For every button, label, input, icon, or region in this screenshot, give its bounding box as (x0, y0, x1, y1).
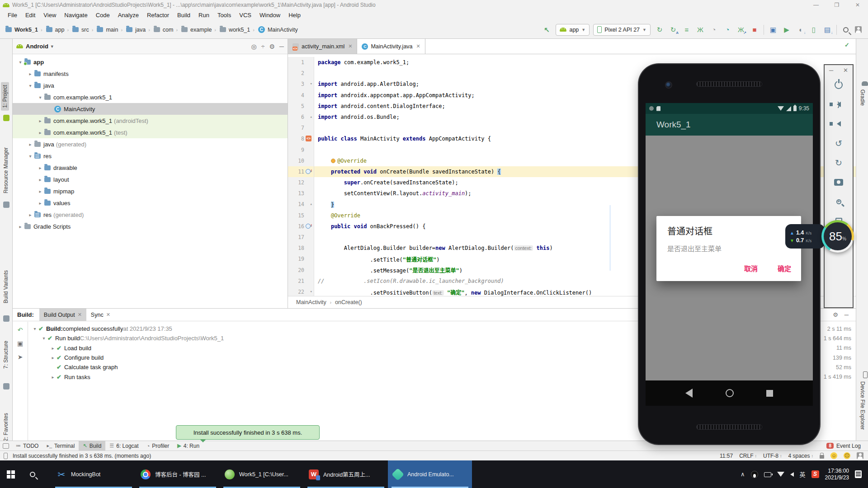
build-tab-sync[interactable]: Sync✕ (86, 309, 115, 321)
expand-arrow-icon[interactable]: ▾ (17, 60, 24, 65)
layout-inspector-icon[interactable]: ▣ (768, 24, 778, 35)
gradle-sync-icon[interactable]: ◖↓ (795, 24, 806, 35)
sidebar-item-gradle[interactable]: Gradle (859, 89, 866, 106)
breadcrumb-item[interactable]: work5_1› (219, 27, 257, 33)
close-icon[interactable]: ✕ (78, 312, 82, 318)
sidebar-item-2-favorites[interactable]: 2: Favorites (3, 413, 9, 441)
volume-up-icon[interactable] (833, 99, 844, 110)
dialog-cancel-button[interactable]: 取消 (741, 262, 761, 275)
expand-arrow-icon[interactable]: ▸ (37, 177, 43, 182)
close-button[interactable]: ✕ (847, 0, 868, 10)
taskbar-app-studio[interactable]: Work5_1 [C:\User... (220, 460, 304, 488)
device-select[interactable]: Pixel 2 API 27 ▼ (593, 24, 651, 36)
taskbar-app-scissors[interactable]: ✂MockingBot (52, 460, 136, 488)
screenshot-icon[interactable] (833, 176, 844, 188)
menu-view[interactable]: View (39, 10, 60, 21)
tree-row[interactable]: ▸layout (13, 174, 288, 185)
sidebar-item-device-file-explorer[interactable]: Device File Explorer (859, 381, 866, 430)
expand-arrow-icon[interactable]: ▾ (31, 326, 38, 331)
power-icon[interactable] (833, 79, 844, 91)
menu-run[interactable]: Run (194, 10, 213, 21)
rotate-right-icon[interactable]: ↻ (833, 157, 844, 169)
tree-row[interactable]: ▸drawable (13, 162, 288, 174)
settings-icon[interactable]: ⚙ (269, 43, 275, 50)
class-marker-icon[interactable]: <> (306, 136, 311, 141)
breadcrumb-item[interactable]: Work5_1› (5, 27, 45, 33)
toolwindow-build[interactable]: ↖Build (79, 441, 105, 451)
taskbar-app-emulator[interactable]: Android Emulato... (388, 460, 472, 488)
line-ending-selector[interactable]: CRLF↕ (739, 453, 757, 459)
breadcrumb-class[interactable]: MainActivity (296, 299, 326, 305)
happy-face-icon[interactable]: ☺ (830, 452, 837, 459)
tree-row[interactable]: ▸manifests (13, 68, 288, 80)
tree-row[interactable]: ▸Gradle Scripts (13, 221, 288, 232)
expand-arrow-icon[interactable]: ▸ (49, 355, 57, 360)
override-marker-icon[interactable] (306, 169, 311, 174)
profiler-icon[interactable]: ◔ (722, 24, 733, 35)
collapse-all-icon[interactable]: ÷ (261, 43, 265, 50)
hide-panel-icon[interactable]: ─ (279, 43, 284, 50)
nav-back-button[interactable] (685, 389, 693, 398)
menu-help[interactable]: Help (284, 10, 305, 21)
tree-row[interactable]: CMainActivity (13, 103, 288, 115)
status-message[interactable]: Install successfully finished in 3 s 638… (13, 453, 151, 459)
start-button[interactable] (0, 460, 22, 488)
breadcrumb-item[interactable]: app› (45, 27, 72, 33)
expand-arrow-icon[interactable]: ▸ (49, 375, 57, 380)
tray-clock[interactable]: 17:36:00 2021/9/23 (825, 468, 849, 481)
tree-row[interactable]: ▾com.example.work5_1 (13, 91, 288, 103)
emulator-minimize-button[interactable]: ─ (829, 67, 833, 74)
breadcrumb-item[interactable]: CMainActivity (257, 26, 298, 33)
stop-icon[interactable]: ■ (749, 24, 760, 35)
breadcrumb-method[interactable]: onCreate() (335, 299, 362, 305)
taskbar-search-icon[interactable] (22, 460, 43, 488)
expand-arrow-icon[interactable]: ▸ (37, 118, 43, 123)
tree-row[interactable]: ▸com.example.work5_1 (androidTest) (13, 115, 288, 127)
breadcrumb-item[interactable]: main› (96, 27, 125, 33)
encoding-selector[interactable]: UTF-8↕ (763, 453, 782, 459)
override-marker-icon[interactable] (306, 224, 311, 229)
tree-row[interactable]: ▸java (generated) (13, 138, 288, 150)
window-switcher-icon[interactable] (3, 443, 9, 449)
indent-selector[interactable]: 4 spaces↕ (788, 453, 813, 459)
toolwindow-todo[interactable]: ≔TODO (12, 441, 42, 451)
nav-home-button[interactable] (726, 389, 734, 397)
toolwindow-4-run[interactable]: ▶4: Run (173, 441, 203, 451)
minimize-button[interactable]: — (806, 0, 826, 10)
search-everywhere-icon[interactable] (840, 24, 851, 35)
toolwindow-6-logcat[interactable]: ☰6: Logcat (105, 441, 142, 451)
caret-position[interactable]: 11:57 (720, 453, 733, 459)
locate-icon[interactable]: ◎ (251, 43, 257, 50)
apply-changes-icon[interactable]: ↻A (668, 24, 679, 35)
expand-arrow-icon[interactable]: ▸ (37, 201, 43, 206)
debug-icon[interactable]: Ж (695, 24, 706, 35)
tree-row[interactable]: ▾res (13, 150, 288, 162)
qq-icon[interactable] (751, 471, 758, 478)
expand-arrow-icon[interactable]: ▾ (27, 83, 33, 88)
tree-row[interactable]: ▾java (13, 80, 288, 91)
menu-navigate[interactable]: Navigate (60, 10, 91, 21)
emulator-close-button[interactable]: ✕ (843, 67, 848, 74)
expand-arrow-icon[interactable]: ▸ (49, 346, 57, 351)
expand-arrow-icon[interactable]: ▾ (27, 154, 33, 159)
ime-indicator[interactable]: 英 (800, 470, 806, 479)
tree-row[interactable]: ▸values (13, 197, 288, 209)
fold-icon[interactable]: ▾ (310, 81, 312, 86)
fold-icon[interactable]: ▴ (310, 202, 312, 206)
sdk-manager-icon[interactable]: ▤↓ (822, 24, 833, 35)
user-avatar-icon[interactable] (857, 452, 863, 459)
close-icon[interactable]: ✕ (348, 43, 352, 49)
sidebar-item-resource-manager[interactable]: Resource Manager (3, 147, 9, 193)
make-project-icon[interactable]: ↖ (541, 24, 552, 35)
expand-arrow-icon[interactable]: ▸ (27, 71, 33, 76)
fold-icon[interactable]: ▴ (310, 114, 312, 119)
run-icon[interactable]: ↻ (654, 24, 665, 35)
menu-vcs[interactable]: VCS (235, 10, 255, 21)
toolwindow-terminal[interactable]: ▸_Terminal (42, 441, 79, 451)
restore-button[interactable]: ❐ (826, 0, 847, 10)
taskbar-app-wps[interactable]: WAndroid第五周上... (304, 460, 388, 488)
expand-arrow-icon[interactable]: ▾ (40, 336, 47, 341)
volume-down-icon[interactable] (833, 118, 844, 130)
network-icon[interactable] (777, 472, 784, 477)
breadcrumb-item[interactable]: example› (180, 27, 219, 33)
